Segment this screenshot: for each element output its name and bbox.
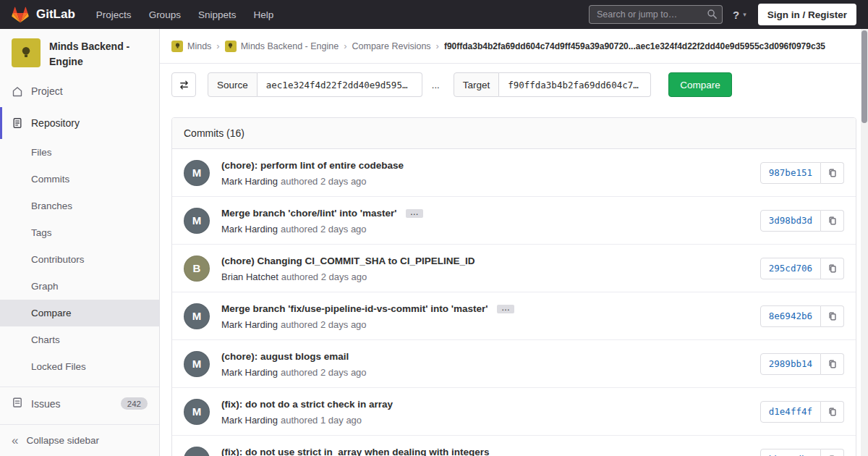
author-avatar[interactable]: M [184, 303, 210, 329]
project-avatar[interactable] [12, 38, 41, 67]
commit-meta: Mark Hardingauthored 2 days ago [221, 224, 749, 235]
commit-title-link[interactable]: Merge branch 'chore/lint' into 'master' [221, 208, 396, 219]
commit-row: M (fix): do not use strict in_array when… [172, 436, 856, 456]
commit-sha-group: 987be151 [760, 162, 844, 184]
commit-sha-group: 8e6942b6 [760, 305, 844, 327]
search-icon[interactable] [707, 9, 718, 20]
source-ref-input[interactable] [258, 72, 422, 97]
commit-author-link[interactable]: Mark Harding [221, 415, 278, 426]
top-navbar: GitLab ProjectsGroupsSnippetsHelp ? ▾ Si… [0, 0, 868, 29]
breadcrumb-item-minds[interactable]: Minds [171, 41, 211, 52]
commit-title-link[interactable]: (fix): do not do a strict check in array [221, 399, 393, 410]
sidebar-item-charts[interactable]: Charts [0, 326, 159, 353]
commit-author-link[interactable]: Mark Harding [221, 176, 278, 187]
commit-sha-group: bba21dbe [760, 449, 844, 456]
commit-authored-time: authored 2 days ago [281, 319, 367, 330]
nav-link-projects[interactable]: Projects [88, 5, 140, 25]
collapse-sidebar-button[interactable]: « Collapse sidebar [0, 424, 159, 456]
swap-revisions-button[interactable] [171, 72, 196, 97]
commit-sha-link[interactable]: 3d98bd3d [760, 210, 821, 232]
avatar-initial: M [192, 166, 202, 179]
author-avatar[interactable]: M [184, 351, 210, 377]
lightbulb-icon [226, 42, 234, 50]
commit-title-link[interactable]: (chore) Changing CI_COMMIT_SHA to CI_PIP… [221, 256, 475, 266]
help-dropdown[interactable]: ? ▾ [733, 9, 746, 21]
sidebar-item-issues[interactable]: Issues 242 [0, 387, 159, 420]
commit-meta: Mark Hardingauthored 2 days ago [221, 319, 749, 330]
author-avatar[interactable]: M [184, 399, 210, 425]
commit-author-link[interactable]: Brian Hatchet [221, 271, 278, 282]
sidebar-item-locked-files[interactable]: Locked Files [0, 353, 159, 380]
search-box [589, 5, 723, 24]
breadcrumb-item-label: Minds [187, 41, 211, 51]
author-avatar[interactable]: B [184, 256, 210, 282]
author-avatar[interactable]: M [184, 208, 210, 234]
sidebar-item-commits[interactable]: Commits [0, 166, 159, 193]
project-title[interactable]: Minds Backend - Engine [49, 38, 148, 69]
commit-sha-link[interactable]: 295cd706 [760, 258, 821, 279]
sidebar-item-graph[interactable]: Graph [0, 273, 159, 300]
copy-sha-button[interactable] [821, 401, 844, 423]
copy-sha-button[interactable] [821, 449, 844, 456]
sidebar-item-project[interactable]: Project [0, 75, 159, 107]
breadcrumb-separator: › [344, 41, 346, 51]
commit-info: Merge branch 'fix/use-pipeline-id-vs-com… [221, 302, 749, 330]
compare-revisions-form: Source ... Target Compare [160, 64, 868, 106]
project-context: Minds Backend - Engine [0, 29, 159, 75]
commit-author-link[interactable]: Mark Harding [221, 367, 278, 378]
commit-sha-link[interactable]: 8e6942b6 [760, 305, 821, 327]
commit-sha-link[interactable]: d1e4ff4f [760, 401, 821, 423]
search-input[interactable] [589, 5, 723, 24]
commit-info: (fix): do not do a strict check in array… [221, 397, 749, 426]
sidebar-item-compare[interactable]: Compare [0, 300, 159, 326]
sidebar-item-files[interactable]: Files [0, 139, 159, 166]
collapse-sidebar-label: Collapse sidebar [26, 435, 99, 446]
commit-message-expander[interactable]: … [497, 305, 514, 313]
copy-sha-button[interactable] [821, 305, 844, 327]
copy-sha-button[interactable] [821, 258, 844, 279]
sidebar-item-label: Project [31, 85, 63, 97]
compare-button[interactable]: Compare [668, 72, 732, 97]
sidebar-item-contributors[interactable]: Contributors [0, 246, 159, 273]
copy-sha-button[interactable] [821, 353, 844, 375]
commit-title-link[interactable]: Merge branch 'fix/use-pipeline-id-vs-com… [221, 303, 488, 314]
target-ref-input[interactable] [499, 72, 651, 97]
nav-link-groups[interactable]: Groups [141, 5, 189, 25]
gitlab-logo-icon[interactable] [12, 6, 30, 23]
commit-sha-link[interactable]: 987be151 [760, 162, 821, 184]
brand-wordmark[interactable]: GitLab [36, 7, 75, 22]
vertical-scrollbar[interactable] [861, 29, 868, 456]
breadcrumb-item-minds-backend-engine[interactable]: Minds Backend - Engine [225, 41, 339, 52]
commit-authored-time: authored 1 day ago [281, 415, 362, 426]
commit-author-link[interactable]: Mark Harding [221, 319, 278, 330]
author-avatar[interactable]: M [184, 160, 210, 186]
sign-in-button[interactable]: Sign in / Register [758, 4, 856, 25]
copy-sha-button[interactable] [821, 162, 844, 184]
commit-message-expander[interactable]: … [406, 209, 423, 218]
copy-sha-button[interactable] [821, 210, 844, 232]
breadcrumb-item-compare-revisions[interactable]: Compare Revisions [352, 41, 431, 51]
commit-author-link[interactable]: Mark Harding [221, 224, 278, 235]
scrollbar-thumb[interactable] [861, 30, 867, 123]
commit-sha-group: 2989bb14 [760, 353, 844, 375]
breadcrumb-separator: › [216, 41, 219, 51]
commit-sha-link[interactable]: bba21dbe [760, 449, 821, 456]
author-avatar[interactable]: M [184, 447, 210, 456]
commit-authored-time: authored 2 days ago [281, 271, 367, 282]
commit-sha-link[interactable]: 2989bb14 [760, 353, 821, 375]
commit-title-link[interactable]: (chore): perform lint of entire codebase [221, 160, 404, 171]
document-icon [12, 117, 23, 129]
commits-panel: Commits (16) M (chore): perform lint of … [171, 117, 856, 456]
avatar-initial: M [192, 453, 202, 456]
nav-link-help[interactable]: Help [245, 5, 281, 25]
sidebar-item-branches[interactable]: Branches [0, 193, 159, 219]
breadcrumb-item-label: Compare Revisions [352, 41, 431, 51]
commit-title-link[interactable]: (fix): do not use strict in_array when d… [221, 447, 490, 456]
commit-sha-group: d1e4ff4f [760, 401, 844, 423]
sidebar-item-repository[interactable]: Repository [0, 107, 159, 139]
commit-title-link[interactable]: (chore): august blogs email [221, 351, 349, 362]
copy-icon [827, 263, 838, 274]
nav-link-snippets[interactable]: Snippets [190, 5, 244, 25]
compare-separator: ... [432, 80, 440, 90]
sidebar-item-tags[interactable]: Tags [0, 219, 159, 246]
